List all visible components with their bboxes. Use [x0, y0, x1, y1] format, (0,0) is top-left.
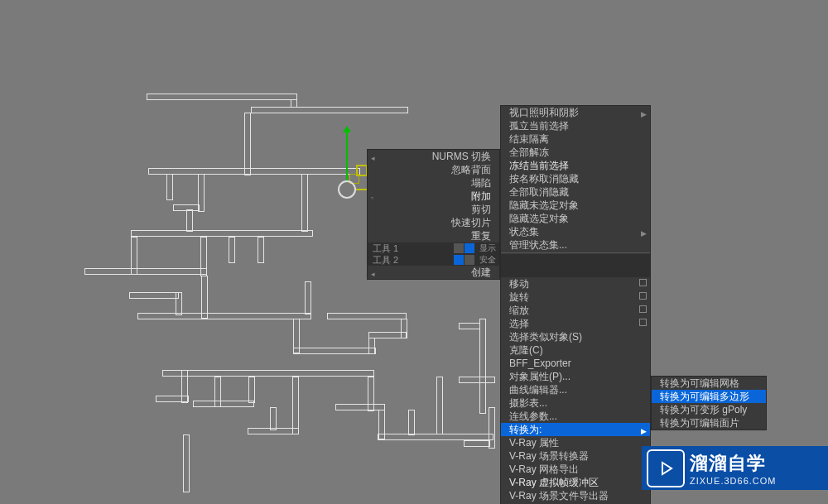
menu-item-nurms-toggle[interactable]: ◂NURMS 切换 [368, 150, 499, 163]
menu-item[interactable]: 克隆(C) [501, 343, 650, 357]
gizmo-origin[interactable] [338, 180, 356, 199]
menu-item-ignore-backfacing[interactable]: 忽略背面 [368, 163, 499, 176]
submenu-item[interactable]: 转换为可编辑网格 [652, 377, 766, 390]
menu-item[interactable]: 旋转 [501, 290, 650, 304]
watermark-subtitle: ZIXUE.3D66.COM [690, 476, 776, 486]
quad-menu-toolrow-2b [501, 266, 650, 277]
menu-item-repeat[interactable]: 重复 [368, 229, 499, 242]
submenu-item[interactable]: 转换为可变形 gPoly [652, 403, 766, 416]
quad-menu-toolrow-2: 工具 2安全 [368, 254, 499, 266]
quad-menu-toolrow-1: 工具 1显示 [368, 242, 499, 254]
submenu-item[interactable]: 转换为可编辑多边形 [652, 390, 766, 403]
menu-item[interactable]: 管理状态集... [501, 238, 650, 252]
menu-item[interactable]: 选择类似对象(S) [501, 330, 650, 343]
menu-item[interactable]: 移动 [501, 277, 650, 290]
menu-item[interactable]: 冻结当前选择 [501, 159, 650, 172]
menu-item-attach[interactable]: ▫附加 [368, 190, 499, 203]
menu-item-collapse[interactable]: 塌陷 [368, 176, 499, 190]
menu-item[interactable]: 隐藏选定对象 [501, 212, 650, 225]
menu-item-create[interactable]: ◂创建 [368, 266, 499, 279]
menu-item[interactable]: 按名称取消隐藏 [501, 172, 650, 185]
menu-item[interactable]: 孤立当前选择 [501, 119, 650, 132]
menu-item[interactable]: 曲线编辑器... [501, 383, 650, 396]
menu-item[interactable]: 隐藏未选定对象 [501, 199, 650, 212]
menu-item[interactable]: 视口照明和阴影▶ [501, 106, 650, 119]
watermark-logo-icon [647, 449, 685, 487]
watermark-title: 溜溜自学 [690, 451, 776, 476]
menu-item[interactable]: 状态集▶ [501, 225, 650, 238]
menu-item[interactable]: 全部取消隐藏 [501, 185, 650, 199]
menu-item[interactable]: V-Ray 场景转换器 [501, 449, 650, 463]
menu-item[interactable]: V-Ray 场景文件导出器 [501, 489, 650, 502]
menu-item-quickslice[interactable]: 快速切片 [368, 216, 499, 229]
menu-item[interactable]: V-Ray 属性 [501, 436, 650, 449]
menu-item[interactable]: V-Ray 虚拟帧缓冲区 [501, 476, 650, 489]
watermark: 溜溜自学 ZIXUE.3D66.COM [642, 446, 828, 490]
quad-menu-left[interactable]: ◂NURMS 切换 忽略背面 塌陷 ▫附加 剪切 快速切片 重复 工具 1显示 … [368, 150, 499, 279]
svg-marker-0 [662, 463, 672, 474]
menu-item-cut[interactable]: 剪切 [368, 203, 499, 216]
menu-item[interactable]: 缩放 [501, 304, 650, 317]
menu-item[interactable]: 对象属性(P)... [501, 370, 650, 383]
submenu-convert-to[interactable]: 转换为可编辑网格转换为可编辑多边形转换为可变形 gPoly转换为可编辑面片 [652, 377, 766, 430]
menu-item[interactable]: 结束隔离 [501, 132, 650, 146]
gizmo-y-axis[interactable] [346, 132, 348, 182]
menu-item[interactable]: 连线参数... [501, 410, 650, 423]
menu-item[interactable]: BFF_Exporter [501, 357, 650, 370]
menu-separator [501, 252, 650, 253]
menu-item[interactable]: 全部解冻 [501, 146, 650, 159]
quad-menu-right[interactable]: 视口照明和阴影▶孤立当前选择结束隔离全部解冻冻结当前选择按名称取消隐藏全部取消隐… [501, 106, 650, 504]
quad-menu-toolrow-1b [501, 254, 650, 266]
menu-item[interactable]: 摄影表... [501, 396, 650, 410]
menu-item[interactable]: 选择 [501, 317, 650, 330]
submenu-item[interactable]: 转换为可编辑面片 [652, 416, 766, 430]
menu-item-convert-to[interactable]: 转换为:▶ [501, 423, 650, 436]
menu-item[interactable]: V-Ray 网格导出 [501, 463, 650, 476]
